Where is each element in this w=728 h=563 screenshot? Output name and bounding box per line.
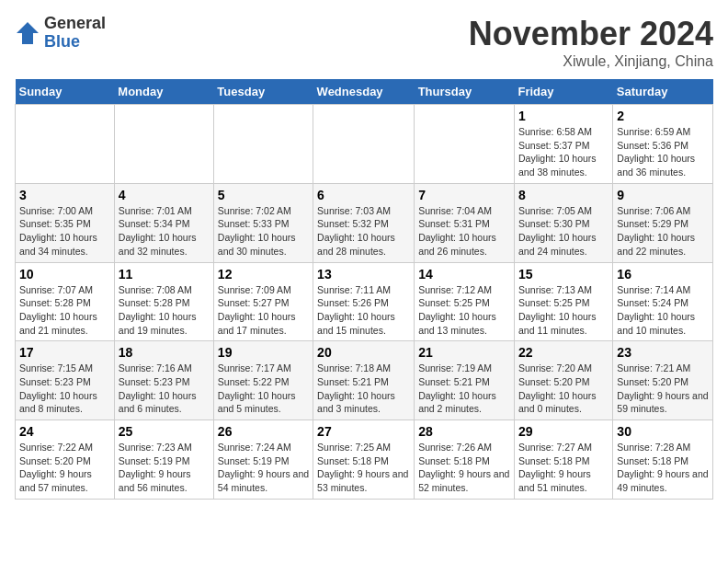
day-number: 25 <box>119 424 210 439</box>
day-info: Sunrise: 7:28 AM Sunset: 5:18 PM Dayligh… <box>617 442 708 493</box>
day-number: 7 <box>418 188 510 202</box>
calendar-cell <box>16 105 115 184</box>
day-info: Sunrise: 7:23 AM Sunset: 5:19 PM Dayligh… <box>119 442 192 493</box>
calendar-cell <box>114 105 213 184</box>
calendar-cell: 5Sunrise: 7:02 AM Sunset: 5:33 PM Daylig… <box>213 183 313 262</box>
day-info: Sunrise: 7:25 AM Sunset: 5:18 PM Dayligh… <box>317 442 408 493</box>
calendar-cell: 17Sunrise: 7:15 AM Sunset: 5:23 PM Dayli… <box>16 341 115 420</box>
day-info: Sunrise: 7:16 AM Sunset: 5:23 PM Dayligh… <box>119 362 197 414</box>
day-info: Sunrise: 7:14 AM Sunset: 5:24 PM Dayligh… <box>617 284 695 336</box>
day-number: 29 <box>518 424 609 439</box>
day-number: 22 <box>518 345 609 360</box>
calendar-cell: 7Sunrise: 7:04 AM Sunset: 5:31 PM Daylig… <box>415 183 515 262</box>
weekday-header: Monday <box>114 79 213 105</box>
calendar-cell: 30Sunrise: 7:28 AM Sunset: 5:18 PM Dayli… <box>613 420 713 500</box>
calendar-week-row: 24Sunrise: 7:22 AM Sunset: 5:20 PM Dayli… <box>16 420 713 500</box>
day-info: Sunrise: 7:08 AM Sunset: 5:28 PM Dayligh… <box>119 284 197 336</box>
calendar-cell: 25Sunrise: 7:23 AM Sunset: 5:19 PM Dayli… <box>114 420 213 500</box>
weekday-header: Sunday <box>16 79 115 105</box>
calendar-cell: 26Sunrise: 7:24 AM Sunset: 5:19 PM Dayli… <box>213 420 313 500</box>
calendar-cell: 1Sunrise: 6:58 AM Sunset: 5:37 PM Daylig… <box>514 105 612 184</box>
day-info: Sunrise: 6:59 AM Sunset: 5:36 PM Dayligh… <box>617 126 695 178</box>
day-info: Sunrise: 7:22 AM Sunset: 5:20 PM Dayligh… <box>19 442 93 493</box>
calendar-cell: 14Sunrise: 7:12 AM Sunset: 5:25 PM Dayli… <box>415 262 515 341</box>
day-info: Sunrise: 7:24 AM Sunset: 5:19 PM Dayligh… <box>218 442 309 493</box>
weekday-header-row: SundayMondayTuesdayWednesdayThursdayFrid… <box>16 79 713 105</box>
page-header: General Blue November 2024 Xiwule, Xinji… <box>15 15 713 70</box>
day-number: 24 <box>19 424 110 439</box>
day-number: 4 <box>119 188 210 202</box>
day-info: Sunrise: 6:58 AM Sunset: 5:37 PM Dayligh… <box>518 126 597 178</box>
calendar-cell: 22Sunrise: 7:20 AM Sunset: 5:20 PM Dayli… <box>514 341 612 420</box>
logo-general: General <box>44 15 106 33</box>
day-info: Sunrise: 7:17 AM Sunset: 5:22 PM Dayligh… <box>218 362 296 414</box>
weekday-header: Saturday <box>613 79 713 105</box>
day-number: 30 <box>617 424 709 439</box>
calendar-week-row: 1Sunrise: 6:58 AM Sunset: 5:37 PM Daylig… <box>16 105 713 184</box>
month-title: November 2024 <box>469 15 713 53</box>
svg-marker-0 <box>17 22 39 44</box>
weekday-header: Friday <box>514 79 612 105</box>
day-number: 20 <box>317 345 410 360</box>
day-number: 26 <box>218 424 309 439</box>
calendar-cell: 10Sunrise: 7:07 AM Sunset: 5:28 PM Dayli… <box>16 262 115 341</box>
day-info: Sunrise: 7:01 AM Sunset: 5:34 PM Dayligh… <box>119 205 197 257</box>
day-info: Sunrise: 7:07 AM Sunset: 5:28 PM Dayligh… <box>19 284 97 336</box>
day-number: 14 <box>418 267 510 282</box>
logo-text: General Blue <box>44 15 106 52</box>
day-info: Sunrise: 7:18 AM Sunset: 5:21 PM Dayligh… <box>317 362 395 414</box>
calendar-week-row: 17Sunrise: 7:15 AM Sunset: 5:23 PM Dayli… <box>16 341 713 420</box>
calendar-cell: 23Sunrise: 7:21 AM Sunset: 5:20 PM Dayli… <box>613 341 713 420</box>
day-number: 9 <box>617 188 709 202</box>
calendar-cell <box>313 105 415 184</box>
day-info: Sunrise: 7:21 AM Sunset: 5:20 PM Dayligh… <box>617 362 708 414</box>
day-number: 23 <box>617 345 709 360</box>
calendar-cell: 19Sunrise: 7:17 AM Sunset: 5:22 PM Dayli… <box>213 341 313 420</box>
calendar-cell: 24Sunrise: 7:22 AM Sunset: 5:20 PM Dayli… <box>16 420 115 500</box>
day-number: 27 <box>317 424 410 439</box>
day-info: Sunrise: 7:19 AM Sunset: 5:21 PM Dayligh… <box>418 362 496 414</box>
day-number: 15 <box>518 267 609 282</box>
calendar-cell: 9Sunrise: 7:06 AM Sunset: 5:29 PM Daylig… <box>613 183 713 262</box>
day-info: Sunrise: 7:15 AM Sunset: 5:23 PM Dayligh… <box>19 362 97 414</box>
day-number: 12 <box>218 267 309 282</box>
calendar-week-row: 10Sunrise: 7:07 AM Sunset: 5:28 PM Dayli… <box>16 262 713 341</box>
day-info: Sunrise: 7:12 AM Sunset: 5:25 PM Dayligh… <box>418 284 496 336</box>
calendar-cell: 27Sunrise: 7:25 AM Sunset: 5:18 PM Dayli… <box>313 420 415 500</box>
calendar-cell: 12Sunrise: 7:09 AM Sunset: 5:27 PM Dayli… <box>213 262 313 341</box>
calendar-cell: 8Sunrise: 7:05 AM Sunset: 5:30 PM Daylig… <box>514 183 612 262</box>
day-info: Sunrise: 7:00 AM Sunset: 5:35 PM Dayligh… <box>19 205 97 257</box>
day-number: 1 <box>518 109 609 123</box>
calendar-cell: 21Sunrise: 7:19 AM Sunset: 5:21 PM Dayli… <box>415 341 515 420</box>
day-number: 5 <box>218 188 309 202</box>
calendar-cell: 15Sunrise: 7:13 AM Sunset: 5:25 PM Dayli… <box>514 262 612 341</box>
day-number: 19 <box>218 345 309 360</box>
day-number: 10 <box>19 267 110 282</box>
day-info: Sunrise: 7:20 AM Sunset: 5:20 PM Dayligh… <box>518 362 597 414</box>
calendar-week-row: 3Sunrise: 7:00 AM Sunset: 5:35 PM Daylig… <box>16 183 713 262</box>
logo-icon <box>15 20 40 46</box>
calendar-cell: 18Sunrise: 7:16 AM Sunset: 5:23 PM Dayli… <box>114 341 213 420</box>
day-info: Sunrise: 7:27 AM Sunset: 5:18 PM Dayligh… <box>518 442 592 493</box>
calendar-cell: 4Sunrise: 7:01 AM Sunset: 5:34 PM Daylig… <box>114 183 213 262</box>
logo-blue: Blue <box>44 33 106 52</box>
day-info: Sunrise: 7:09 AM Sunset: 5:27 PM Dayligh… <box>218 284 296 336</box>
day-number: 11 <box>119 267 210 282</box>
calendar-cell: 28Sunrise: 7:26 AM Sunset: 5:18 PM Dayli… <box>415 420 515 500</box>
calendar-cell: 20Sunrise: 7:18 AM Sunset: 5:21 PM Dayli… <box>313 341 415 420</box>
calendar-table: SundayMondayTuesdayWednesdayThursdayFrid… <box>15 79 713 500</box>
day-info: Sunrise: 7:06 AM Sunset: 5:29 PM Dayligh… <box>617 205 695 257</box>
day-number: 13 <box>317 267 410 282</box>
day-number: 18 <box>119 345 210 360</box>
day-info: Sunrise: 7:03 AM Sunset: 5:32 PM Dayligh… <box>317 205 395 257</box>
day-info: Sunrise: 7:11 AM Sunset: 5:26 PM Dayligh… <box>317 284 395 336</box>
day-number: 17 <box>19 345 110 360</box>
logo: General Blue <box>15 15 106 52</box>
calendar-cell: 3Sunrise: 7:00 AM Sunset: 5:35 PM Daylig… <box>16 183 115 262</box>
day-info: Sunrise: 7:02 AM Sunset: 5:33 PM Dayligh… <box>218 205 296 257</box>
day-number: 28 <box>418 424 510 439</box>
calendar-cell <box>415 105 515 184</box>
weekday-header: Thursday <box>415 79 515 105</box>
day-info: Sunrise: 7:05 AM Sunset: 5:30 PM Dayligh… <box>518 205 597 257</box>
calendar-cell <box>213 105 313 184</box>
